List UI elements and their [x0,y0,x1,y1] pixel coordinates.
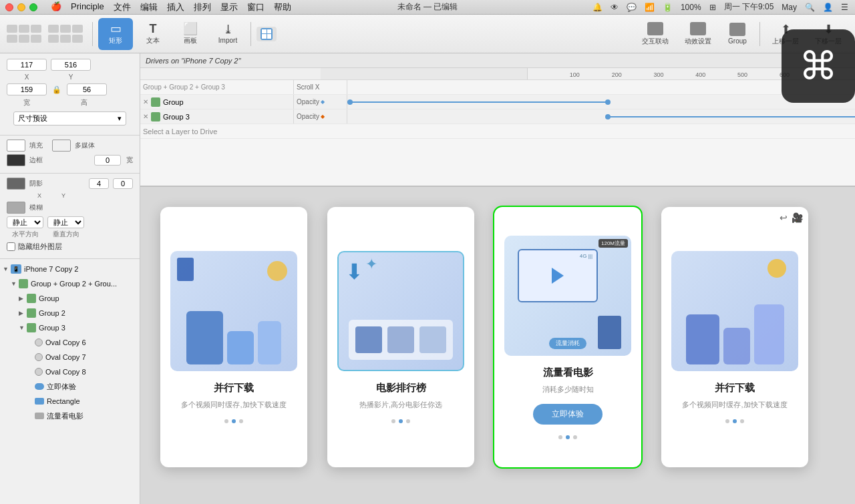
rect-tool[interactable]: ▭ 矩形 [98,18,133,50]
width-label: 宽 [7,98,47,107]
animation-tool[interactable]: 动效设置 [678,22,718,46]
align-v3[interactable] [72,35,83,43]
maximize-button[interactable] [29,3,37,11]
height-label: 高 [64,98,104,107]
media-swatch[interactable] [52,140,71,152]
search-icon[interactable]: 🔍 [805,3,815,12]
phone-frame-1[interactable]: 并行下载 多个视频同时缓存,加快下载速度 [160,207,307,467]
menu-window[interactable]: 窗口 [247,1,265,13]
illus1-box2 [227,331,254,364]
menu-icon[interactable]: ☰ [841,3,848,12]
video-icon[interactable]: 🎥 [792,212,803,223]
layer-rectangle[interactable]: ▶ Rectangle [0,394,140,409]
row-group3-x[interactable]: ✕ [143,113,148,120]
star-icon: ✦ [365,256,377,273]
align-right-top[interactable] [31,25,41,33]
layer-lijitiyan[interactable]: ▶ 立即体验 [0,379,140,394]
layer-liuliangtext[interactable]: ▶ 流量看电影 [0,409,140,423]
import-tool[interactable]: ⤓ Import [210,18,245,50]
fill-swatch[interactable] [7,140,25,152]
menu-edit[interactable]: 编辑 [140,1,158,13]
dot3-3 [573,435,577,439]
align-v1[interactable] [48,35,59,43]
phone-frame-2[interactable]: ⬇ ✦ 电影排行榜 热播影片,高分电影任你选 [327,207,474,467]
align-vert3[interactable] [31,35,41,43]
menu-insert[interactable]: 插入 [167,1,184,13]
align-spacer1 [43,25,47,33]
lock-icon[interactable]: 🔒 [51,85,63,94]
group-icon [729,23,745,36]
layer-oval8[interactable]: ▶ Oval Copy 8 [0,364,140,379]
layer-group[interactable]: ▶ Group [0,291,140,306]
align-vert2[interactable] [19,35,29,43]
hide-group-checkbox[interactable] [7,242,15,251]
minimize-button[interactable] [17,3,25,11]
phone3-btn[interactable]: 立即体验 [533,404,603,425]
menu-arrange[interactable]: 排列 [194,1,211,13]
align-vert1[interactable] [7,35,17,43]
align-center-top[interactable] [19,25,29,33]
lijitiyan-icon [35,383,44,390]
oval8-name: Oval Copy 8 [45,368,136,376]
width-input[interactable] [7,83,47,95]
toggle-iphone[interactable]: ▼ [3,266,11,272]
toggle-group2[interactable]: ▶ [19,310,27,316]
text-tool[interactable]: T 文本 [136,18,170,50]
layer-iphone-copy2[interactable]: ▼ 📱 iPhone 7 Copy 2 [0,262,140,276]
layer-oval7[interactable]: ▶ Oval Copy 7 [0,350,140,364]
border-swatch[interactable] [7,154,25,166]
toggle-group[interactable]: ▶ [19,295,27,302]
align-h2[interactable] [60,25,71,33]
toggle-group3[interactable]: ▼ [19,324,27,331]
phone3-illustration: 4G ||| 120M流量 流量消耗 [504,236,631,356]
layer-group2[interactable]: ▶ Group 2 [0,306,140,320]
align-h1[interactable] [48,25,59,33]
blur-label: 模糊 [29,203,43,212]
size-preset-dropdown[interactable]: 尺寸预设 ▾ [13,111,126,125]
group-tool[interactable]: Group [721,23,754,45]
phone3-dots [558,435,577,439]
align-h3[interactable] [72,25,83,33]
tick-300: 300 [653,71,663,78]
interaction-tool[interactable]: 交互联动 [635,22,675,46]
shadow-y-input[interactable] [113,178,133,189]
liuliangtext-icon [35,413,44,419]
layer-group-all[interactable]: ▼ Group + Group 2 + Grou... [0,276,140,291]
height-input[interactable] [67,83,107,95]
border-width-input[interactable] [94,155,121,166]
layer-group3[interactable]: ▼ Group 3 [0,320,140,335]
menu-help[interactable]: 帮助 [274,1,291,13]
scroll-track [347,80,855,94]
v-align-select[interactable]: 静止 [47,216,84,228]
user-icon: 👤 [823,3,833,12]
illus4-box1 [686,314,719,364]
undo-icon[interactable]: ↩ [780,212,788,223]
apple-menu[interactable]: 🍎 [51,1,61,13]
phone-frame-4[interactable]: 并行下载 多个视频同时缓存,加快下载速度 ↩ 🎥 [661,207,808,467]
blur-swatch[interactable] [7,202,25,214]
x-input[interactable] [7,59,47,71]
menu-view[interactable]: 显示 [220,1,238,13]
phone1-subtitle: 多个视频同时缓存,加快下载速度 [181,400,286,410]
illus4-box3 [754,304,784,364]
battery-icon: 🔋 [663,3,673,12]
align-left-top[interactable] [7,25,17,33]
y-input[interactable] [51,59,91,71]
layer-oval6[interactable]: ▶ Oval Copy 6 [0,335,140,350]
menu-file[interactable]: 文件 [114,1,131,13]
artboard-tool[interactable]: ⬜ 画板 [173,18,208,50]
phone-frame-3[interactable]: 4G ||| 120M流量 流量消耗 流量看电影 消耗多少随时知 立即体验 [494,207,641,467]
shadow-x-input[interactable] [89,178,109,189]
group2-name: Group 2 [39,309,136,317]
toggle-group-all[interactable]: ▼ [11,280,19,287]
h-align-select[interactable]: 静止 [7,216,43,228]
menu-bar[interactable]: 🍎 Principle 文件 编辑 插入 排列 显示 窗口 帮助 [51,1,291,13]
align-v2[interactable] [60,35,71,43]
shadow-swatch[interactable] [7,178,25,190]
illus1-circle [267,261,287,281]
row-group-x[interactable]: ✕ [143,98,148,105]
zoom-level: 100% [681,3,701,12]
close-button[interactable] [5,3,13,11]
phone2-subtitle: 热播影片,高分电影任你选 [359,400,442,410]
phone4-dots [725,419,744,423]
